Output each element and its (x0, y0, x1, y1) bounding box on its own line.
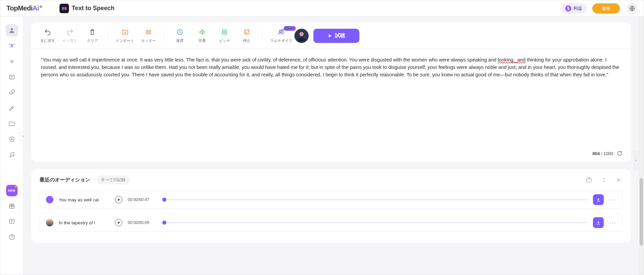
refresh-icon[interactable] (617, 150, 623, 156)
more-icon[interactable]: ··· (609, 196, 616, 203)
pitch-button[interactable]: ピッチ (216, 28, 233, 43)
svg-point-6 (9, 137, 14, 141)
svg-point-3 (10, 28, 13, 30)
sidebar-wave[interactable] (6, 55, 18, 68)
svg-rect-11 (9, 219, 14, 223)
sidebar-new-badge[interactable]: NEW (6, 185, 18, 196)
voice-avatar-icon (46, 219, 53, 226)
svg-point-9 (13, 155, 14, 156)
seek-slider[interactable] (164, 222, 588, 223)
import-button[interactable]: インポート (116, 28, 134, 43)
cutter-button[interactable]: カッター (140, 28, 157, 43)
text-editor[interactable]: "You may as well call it impertinence at… (31, 49, 631, 147)
sort-icon[interactable] (600, 176, 608, 184)
svg-point-4 (11, 44, 13, 46)
svg-rect-13 (146, 30, 151, 32)
sidebar-gift[interactable] (6, 200, 18, 212)
editor-card: 元に戻す やり直す クリア インポート カッター 速度 音量 ピッチ 停止 (31, 23, 631, 162)
undo-button[interactable]: 元に戻す (40, 28, 56, 43)
close-icon[interactable] (615, 176, 623, 184)
sidebar-folder[interactable] (6, 118, 18, 130)
sidebar-home[interactable] (6, 24, 18, 36)
svg-point-18 (279, 30, 281, 32)
history-row: You may as well cal 00:00/00:47 ··· (40, 191, 623, 209)
history-row: In the tapestry of l 00:00/00:09 ··· (40, 214, 623, 232)
logo[interactable]: TopMediAi® (6, 4, 42, 12)
more-icon[interactable]: ··· (609, 219, 616, 226)
clear-button[interactable]: クリア (84, 28, 100, 43)
time-label: 00:00/00:47 (128, 197, 159, 202)
module-title: Text to Speech (59, 4, 115, 13)
sidebar-pen[interactable] (6, 102, 18, 114)
speed-button[interactable]: 速度 (172, 28, 188, 43)
sidebar-disc[interactable] (6, 133, 18, 145)
history-card: 最近のオーディション すべての記録 You may as well cal 00… (31, 169, 631, 243)
tts-icon (59, 4, 69, 13)
voice-avatar-icon (46, 196, 53, 203)
voice-avatar[interactable] (294, 29, 309, 43)
svg-point-7 (11, 139, 12, 140)
svg-rect-1 (65, 7, 67, 10)
scrollbar[interactable] (639, 17, 644, 275)
panel-collapse-icon[interactable] (633, 150, 639, 171)
sidebar-feedback[interactable] (6, 216, 18, 228)
download-button[interactable] (593, 194, 604, 205)
help-icon[interactable] (585, 176, 593, 184)
sidebar-doc[interactable] (6, 71, 18, 83)
history-title: 最近のオーディション (40, 177, 90, 183)
sidebar-attach[interactable] (6, 86, 18, 99)
svg-rect-5 (9, 75, 14, 79)
all-records-button[interactable]: すべての記録 (97, 175, 129, 184)
stop-button[interactable]: 停止 (239, 28, 255, 43)
svg-rect-14 (146, 33, 151, 34)
play-icon[interactable] (115, 219, 122, 226)
sidebar-tts[interactable] (6, 40, 18, 52)
char-count: 804 / 1000 (593, 151, 613, 156)
svg-point-8 (10, 156, 11, 157)
download-button[interactable] (593, 217, 604, 228)
sidebar-help[interactable] (6, 231, 18, 243)
svg-rect-0 (62, 7, 64, 10)
profit-pill[interactable]: $利益 (560, 3, 587, 14)
sidebar: NEW (0, 17, 23, 275)
sidebar-music[interactable] (6, 149, 18, 161)
svg-point-21 (300, 32, 304, 36)
volume-button[interactable]: 音量 (194, 28, 210, 43)
multivoice-button[interactable]: NEWマルチボイス (270, 28, 292, 43)
preview-button[interactable]: 試聴 (313, 29, 359, 43)
seek-slider[interactable] (164, 199, 588, 200)
time-label: 00:00/00:09 (128, 220, 159, 225)
history-name: In the tapestry of l (59, 220, 110, 225)
svg-point-19 (282, 30, 284, 31)
language-icon[interactable] (627, 3, 638, 14)
redo-button: やり直す (62, 28, 78, 43)
play-icon[interactable] (115, 196, 122, 203)
price-button[interactable]: 価格 (592, 3, 620, 14)
history-name: You may as well cal (59, 197, 110, 202)
